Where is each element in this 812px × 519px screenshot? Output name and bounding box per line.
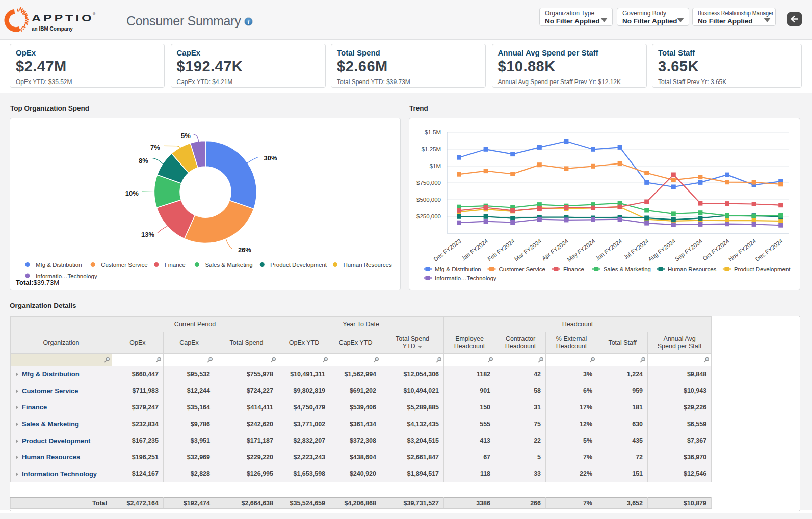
svg-text:Mfg & Distribution: Mfg & Distribution bbox=[36, 262, 82, 268]
svg-text:Jul FY2024: Jul FY2024 bbox=[622, 238, 650, 261]
svg-text:$500,000: $500,000 bbox=[416, 197, 441, 203]
svg-text:Informatio…Technology: Informatio…Technology bbox=[435, 275, 496, 281]
svg-text:Human Resources: Human Resources bbox=[668, 266, 716, 272]
svg-text:7%: 7% bbox=[150, 144, 160, 151]
svg-text:Dec FY2024: Dec FY2024 bbox=[754, 238, 784, 262]
svg-text:30%: 30% bbox=[264, 154, 277, 162]
svg-text:Sep FY2024: Sep FY2024 bbox=[674, 238, 704, 262]
svg-text:Nov FY2024: Nov FY2024 bbox=[727, 238, 757, 262]
svg-text:Aug FY2024: Aug FY2024 bbox=[647, 238, 677, 262]
svg-text:Mfg & Distribution: Mfg & Distribution bbox=[435, 266, 481, 272]
svg-text:$1.25M: $1.25M bbox=[422, 146, 441, 152]
svg-text:8%: 8% bbox=[139, 157, 148, 165]
svg-text:Sales & Marketing: Sales & Marketing bbox=[205, 262, 252, 268]
svg-text:Sales & Marketing: Sales & Marketing bbox=[604, 266, 651, 272]
svg-text:26%: 26% bbox=[238, 246, 251, 254]
svg-text:Finance: Finance bbox=[165, 262, 186, 268]
svg-text:10%: 10% bbox=[125, 189, 139, 197]
svg-text:Finance: Finance bbox=[563, 266, 584, 272]
svg-text:Human Resources: Human Resources bbox=[344, 262, 392, 268]
svg-text:$1.5M: $1.5M bbox=[425, 129, 441, 135]
svg-text:Total:$39.73M: Total:$39.73M bbox=[16, 279, 59, 286]
svg-text:Feb FY2024: Feb FY2024 bbox=[486, 238, 516, 262]
svg-text:Apr FY2024: Apr FY2024 bbox=[541, 238, 570, 262]
svg-text:Product Development: Product Development bbox=[270, 262, 327, 268]
svg-text:Customer Service: Customer Service bbox=[101, 262, 147, 268]
svg-text:May FY2024: May FY2024 bbox=[566, 238, 596, 263]
svg-text:Informatio…Technology: Informatio…Technology bbox=[36, 273, 97, 279]
svg-text:Jan FY2024: Jan FY2024 bbox=[460, 238, 489, 262]
svg-text:Mar FY2024: Mar FY2024 bbox=[513, 238, 543, 262]
svg-text:$250,000: $250,000 bbox=[416, 213, 441, 220]
svg-text:13%: 13% bbox=[141, 231, 154, 238]
svg-text:5%: 5% bbox=[181, 132, 191, 140]
svg-text:Oct FY2024: Oct FY2024 bbox=[701, 238, 730, 262]
svg-text:Dec FY2023: Dec FY2023 bbox=[432, 238, 462, 262]
svg-text:$1M: $1M bbox=[430, 163, 441, 169]
svg-text:Customer Service: Customer Service bbox=[499, 266, 545, 272]
svg-text:Jun FY2024: Jun FY2024 bbox=[594, 238, 623, 262]
svg-text:Product Development: Product Development bbox=[734, 266, 791, 272]
svg-text:$750,000: $750,000 bbox=[416, 180, 441, 186]
